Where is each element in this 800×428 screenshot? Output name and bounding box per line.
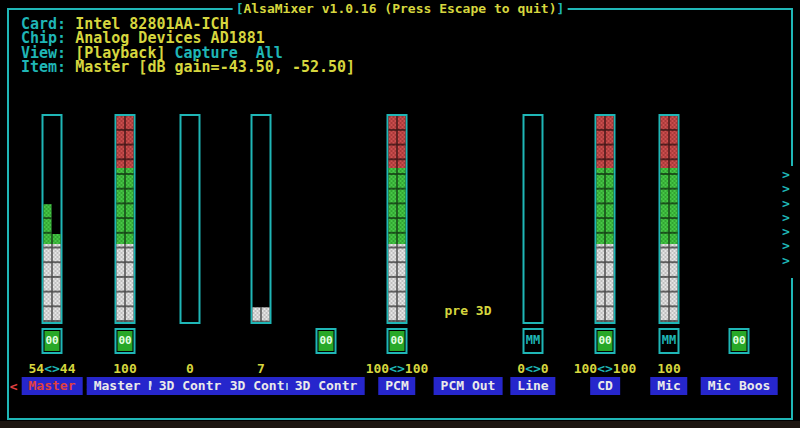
channel-separator: <> — [44, 361, 60, 376]
item-label: Item: — [21, 58, 66, 76]
mute-state-muted: MM — [525, 330, 542, 351]
channel-separator: <> — [597, 361, 613, 376]
volume-value-master: 54<>44 — [29, 361, 76, 376]
scroll-right-arrow-icon: > — [782, 197, 796, 211]
bar-fill-right-channel — [398, 116, 406, 322]
mute-state-on: 00 — [45, 331, 60, 351]
channel-separator: <> — [389, 361, 405, 376]
control-label-row-master: <Master> — [10, 377, 95, 395]
scroll-right-arrow-icon: > — [782, 168, 796, 182]
control-label-line[interactable]: Line — [510, 377, 555, 395]
window-title: [AlsaMixer v1.0.16 (Press Escape to quit… — [233, 1, 568, 16]
mute-state-muted: MM — [661, 330, 678, 351]
window-bottom-edge — [0, 421, 800, 428]
bar-fill-right-channel — [262, 307, 270, 322]
volume-bar-mic[interactable] — [659, 114, 680, 324]
control-label-master[interactable]: Master — [22, 377, 83, 395]
volume-value-mic: 100 — [657, 361, 680, 376]
value-number: 0 — [186, 361, 194, 376]
control-label-mic[interactable]: Mic — [650, 377, 687, 395]
bar-fill-right-channel — [53, 234, 61, 322]
mute-switch-cd[interactable]: 00 — [595, 328, 616, 354]
value-number: 100 — [657, 361, 680, 376]
mute-switch-line[interactable]: MM — [523, 328, 544, 354]
volume-value-line: 0<>0 — [517, 361, 548, 376]
bar-fill-left-channel — [117, 116, 125, 322]
bar-fill-right-channel — [606, 116, 614, 322]
volume-bar-3d-control-depth[interactable] — [251, 114, 272, 324]
value-number: 100 — [113, 361, 136, 376]
bar-fill-right-channel — [670, 116, 678, 322]
bar-fill-left-channel — [253, 307, 261, 322]
bar-fill-left-channel — [389, 116, 397, 322]
title-bracket-close: ] — [557, 1, 565, 16]
control-label-row-mic: Mic — [650, 377, 687, 395]
control-label-3d-control-switch[interactable]: 3D Contr — [288, 377, 365, 395]
alsamixer-terminal[interactable]: [AlsaMixer v1.0.16 (Press Escape to quit… — [0, 0, 800, 428]
bar-fill-left-channel — [44, 204, 52, 322]
mute-switch-master-mono[interactable]: 00 — [115, 328, 136, 354]
value-number: 44 — [60, 361, 76, 376]
volume-bar-line[interactable] — [523, 114, 544, 324]
channel-separator: <> — [525, 361, 541, 376]
volume-bar-pcm[interactable] — [387, 114, 408, 324]
mute-switch-pcm[interactable]: 00 — [387, 328, 408, 354]
scroll-right-arrow-icon: > — [782, 254, 796, 268]
bar-fill-right-channel — [126, 116, 134, 322]
mute-switch-mic[interactable]: MM — [659, 328, 680, 354]
mute-state-on: 00 — [319, 331, 334, 351]
volume-bar-cd[interactable] — [595, 114, 616, 324]
mute-state-on: 00 — [598, 331, 613, 351]
control-label-row-pcm: PCM — [378, 377, 415, 395]
control-label-row-3d-control-center: 3D Contr — [152, 377, 229, 395]
control-label-cd[interactable]: CD — [590, 377, 620, 395]
mute-switch-mic-boost[interactable]: 00 — [729, 328, 750, 354]
volume-value-3d-control-center: 0 — [186, 361, 194, 376]
control-label-row-line: Line — [510, 377, 555, 395]
volume-value-master-mono: 100 — [113, 361, 136, 376]
mute-switch-master[interactable]: 00 — [42, 328, 63, 354]
value-number: 54 — [29, 361, 45, 376]
selection-arrow-left-icon: < — [10, 379, 18, 394]
enum-value-pcm-out: pre 3D — [445, 303, 492, 318]
control-label-row-pcm-out: PCM Out — [434, 377, 503, 395]
volume-bar-3d-control-center[interactable] — [180, 114, 201, 324]
header-item-line: Item:Master [dB gain=-43.50, -52.50] — [21, 58, 355, 76]
mute-switch-3d-control-switch[interactable]: 00 — [316, 328, 337, 354]
bar-fill-left-channel — [661, 116, 669, 322]
scroll-right-indicator: >>>>>>> — [782, 168, 796, 268]
title-text: AlsaMixer v1.0.16 (Press Escape to quit) — [243, 1, 556, 16]
control-label-mic-boost[interactable]: Mic Boos — [701, 377, 778, 395]
control-label-row-3d-control-switch: 3D Contr — [288, 377, 365, 395]
mute-state-on: 00 — [118, 331, 133, 351]
title-bracket-open: [ — [236, 1, 244, 16]
mute-state-on: 00 — [732, 331, 747, 351]
control-label-3d-control-center[interactable]: 3D Contr — [152, 377, 229, 395]
value-number: 100 — [405, 361, 428, 376]
bar-fill-left-channel — [597, 116, 605, 322]
volume-bar-master-mono[interactable] — [115, 114, 136, 324]
value-number: 0 — [541, 361, 549, 376]
volume-value-3d-control-depth: 7 — [257, 361, 265, 376]
value-number: 100 — [613, 361, 636, 376]
control-label-row-cd: CD — [590, 377, 620, 395]
scroll-right-arrow-icon: > — [782, 211, 796, 225]
control-label-pcm-out[interactable]: PCM Out — [434, 377, 503, 395]
value-number: 100 — [574, 361, 597, 376]
scroll-right-arrow-icon: > — [782, 225, 796, 239]
mute-state-on: 00 — [390, 331, 405, 351]
volume-bar-master[interactable] — [42, 114, 63, 324]
value-number: 0 — [517, 361, 525, 376]
scroll-right-arrow-icon: > — [782, 239, 796, 253]
control-label-row-mic-boost: Mic Boos — [701, 377, 778, 395]
item-value: Master [dB gain=-43.50, -52.50] — [66, 58, 355, 76]
value-number: 100 — [366, 361, 389, 376]
control-label-pcm[interactable]: PCM — [378, 377, 415, 395]
scroll-right-arrow-icon: > — [782, 182, 796, 196]
volume-value-cd: 100<>100 — [574, 361, 637, 376]
value-number: 7 — [257, 361, 265, 376]
volume-value-pcm: 100<>100 — [366, 361, 429, 376]
